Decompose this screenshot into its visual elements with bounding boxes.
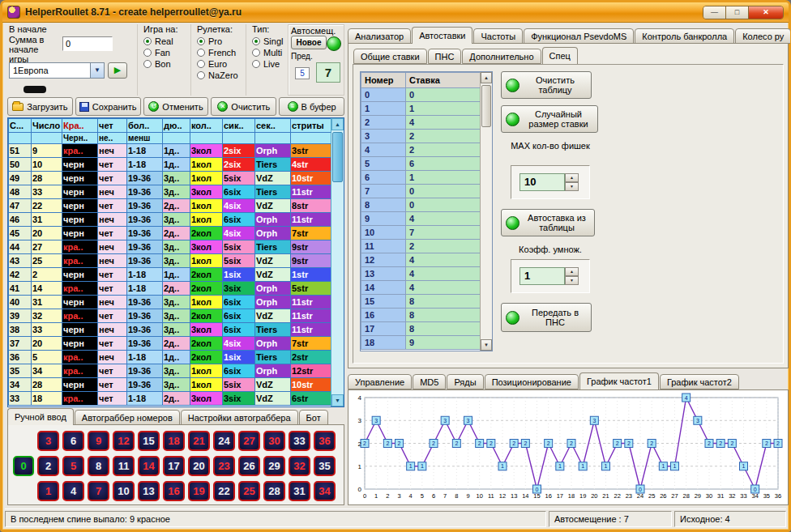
- scroll-down-icon[interactable]: ▼: [331, 394, 344, 406]
- number-tile-4[interactable]: 4: [62, 481, 84, 501]
- radio-roulette-pro[interactable]: Pro: [197, 36, 244, 47]
- input-tab-1[interactable]: Автограббер номеров: [75, 410, 180, 425]
- table-row[interactable]: 61: [361, 171, 481, 185]
- number-tile-34[interactable]: 34: [314, 481, 336, 501]
- main-tab-4[interactable]: Контроль банкролла: [635, 28, 734, 44]
- table-row[interactable]: 365кра..неч1-181д..2кол1sixTiers2str: [9, 351, 332, 364]
- number-tile-19[interactable]: 19: [188, 481, 210, 501]
- toolbar-button-clear[interactable]: ✕Очистить: [211, 97, 276, 116]
- close-button[interactable]: ✕: [749, 6, 783, 19]
- maximize-button[interactable]: □: [726, 6, 749, 19]
- toolbar-button-folder[interactable]: Загрузить: [7, 97, 73, 116]
- table-row[interactable]: 94: [361, 212, 481, 226]
- bottom-tab-1[interactable]: MD5: [413, 374, 446, 389]
- table-row[interactable]: 107: [361, 226, 481, 240]
- number-tile-33[interactable]: 33: [289, 431, 310, 451]
- table-row[interactable]: 3720чернчет19-362д..2кол4sixOrph7str: [9, 337, 332, 351]
- table-row[interactable]: 00: [361, 88, 481, 102]
- scrollbar-thumb[interactable]: [332, 132, 343, 182]
- table-row[interactable]: 4928чернчет19-363д..1кол5sixVdZ10str: [9, 172, 332, 185]
- number-tile-22[interactable]: 22: [213, 481, 235, 501]
- number-tile-9[interactable]: 9: [88, 431, 109, 451]
- number-tile-27[interactable]: 27: [238, 431, 260, 451]
- input-tab-2[interactable]: Настройки автограббера: [181, 410, 298, 425]
- number-tile-20[interactable]: 20: [188, 456, 210, 476]
- sub-tab-2[interactable]: Дополнительно: [462, 49, 541, 64]
- radio-type-multi[interactable]: Multi: [252, 47, 288, 58]
- number-tile-1[interactable]: 1: [37, 481, 59, 501]
- table-row[interactable]: 32: [361, 130, 481, 143]
- number-tile-29[interactable]: 29: [263, 456, 285, 476]
- title-bar[interactable]: HelperRoullet 8.71 - create helperroulle…: [2, 2, 789, 23]
- scrollbar-thumb[interactable]: [481, 85, 491, 127]
- table-row[interactable]: 4031черннеч19-363д..1кол6sixOrph11str: [9, 296, 332, 309]
- main-tab-1[interactable]: Автоставки: [412, 27, 472, 44]
- radio-game-on-bon[interactable]: Bon: [143, 58, 189, 70]
- bottom-tab-0[interactable]: Управление: [348, 374, 412, 389]
- radio-roulette-nazero[interactable]: NaZero: [197, 70, 244, 81]
- scroll-down-icon[interactable]: ▼: [481, 339, 492, 351]
- table-row[interactable]: 519кра..неч1-181д..3кол2sixOrph3str: [9, 144, 332, 158]
- number-tile-26[interactable]: 26: [238, 456, 260, 476]
- table-row[interactable]: 5010чернчет1-181д..1кол2sixTiers4str: [9, 158, 332, 172]
- sub-tab-3[interactable]: Спец: [542, 47, 578, 64]
- table-row[interactable]: 422чернчет1-181д..2кол1sixVdZ1str: [9, 268, 332, 282]
- number-tile-31[interactable]: 31: [289, 481, 310, 501]
- input-tab-0[interactable]: Ручной ввод: [7, 408, 74, 425]
- sub-tab-0[interactable]: Общие ставки: [353, 49, 427, 64]
- number-tile-11[interactable]: 11: [113, 456, 135, 476]
- spin-down-icon[interactable]: ▼: [565, 276, 579, 285]
- table-row[interactable]: 3833черннеч19-363д..3кол6sixTiers11str: [9, 323, 332, 337]
- max-chips-value[interactable]: 10: [519, 173, 565, 191]
- radio-type-live[interactable]: Live: [252, 58, 288, 70]
- bottom-tab-3[interactable]: Позиционирование: [485, 374, 579, 389]
- number-tile-13[interactable]: 13: [138, 481, 160, 501]
- toolbar-button-save[interactable]: Сохранить: [75, 97, 141, 116]
- spin-up-icon[interactable]: ▲: [565, 267, 579, 276]
- bottom-tab-5[interactable]: График частот2: [660, 374, 739, 389]
- number-tile-7[interactable]: 7: [88, 481, 109, 501]
- number-tile-5[interactable]: 5: [62, 456, 84, 476]
- number-tile-16[interactable]: 16: [163, 481, 185, 501]
- radio-game-on-fan[interactable]: Fan: [143, 47, 189, 58]
- number-tile-8[interactable]: 8: [88, 456, 109, 476]
- start-sum-input[interactable]: [62, 36, 113, 51]
- number-tile-15[interactable]: 15: [138, 431, 160, 451]
- table-row[interactable]: 56: [361, 157, 481, 171]
- number-tile-30[interactable]: 30: [263, 431, 285, 451]
- autobet-from-table-button[interactable]: Автоставка из таблицы: [501, 209, 595, 236]
- sub-tab-1[interactable]: ПНС: [428, 49, 462, 64]
- scroll-up-icon[interactable]: ▲: [331, 118, 344, 130]
- play-button[interactable]: ▶: [108, 62, 127, 79]
- table-row[interactable]: 70: [361, 185, 481, 198]
- number-tile-0[interactable]: 0: [13, 456, 34, 476]
- table-row[interactable]: 80: [361, 198, 481, 212]
- chevron-down-icon[interactable]: ▼: [90, 63, 104, 78]
- number-tile-35[interactable]: 35: [314, 456, 336, 476]
- max-chips-spinner[interactable]: 10 ▲ ▼: [519, 173, 589, 191]
- number-tile-21[interactable]: 21: [188, 431, 210, 451]
- number-tile-3[interactable]: 3: [37, 431, 59, 451]
- number-tile-2[interactable]: 2: [37, 456, 59, 476]
- table-row[interactable]: 3534кра..чет19-363д..1кол6sixOrph12str: [9, 364, 332, 378]
- number-tile-24[interactable]: 24: [213, 431, 235, 451]
- number-tile-6[interactable]: 6: [62, 431, 84, 451]
- send-to-pns-button[interactable]: Передать в ПНС: [501, 303, 592, 332]
- table-row[interactable]: 4631черннеч19-363д..1кол6sixOrph11str: [9, 213, 332, 227]
- table-row[interactable]: 4427кра..неч19-363д..3кол5sixTiers9str: [9, 240, 332, 254]
- new-autoshift-button[interactable]: Новое: [291, 36, 327, 49]
- table-row[interactable]: 42: [361, 143, 481, 157]
- table-row[interactable]: 4722чернчет19-362д..1кол4sixVdZ8str: [9, 199, 332, 213]
- number-tile-25[interactable]: 25: [238, 481, 260, 501]
- number-tile-18[interactable]: 18: [163, 431, 185, 451]
- table-row[interactable]: 178: [361, 322, 481, 336]
- scroll-up-icon[interactable]: ▲: [481, 72, 492, 83]
- table-row[interactable]: 112: [361, 240, 481, 253]
- main-tab-2[interactable]: Частоты: [473, 28, 523, 44]
- number-tile-36[interactable]: 36: [314, 431, 336, 451]
- number-tile-14[interactable]: 14: [138, 456, 160, 476]
- bottom-tab-4[interactable]: График частот1: [579, 372, 659, 389]
- radio-type-singl[interactable]: Singl: [252, 36, 288, 47]
- radio-roulette-french[interactable]: French: [197, 47, 244, 58]
- bottom-tab-2[interactable]: Ряды: [447, 374, 483, 389]
